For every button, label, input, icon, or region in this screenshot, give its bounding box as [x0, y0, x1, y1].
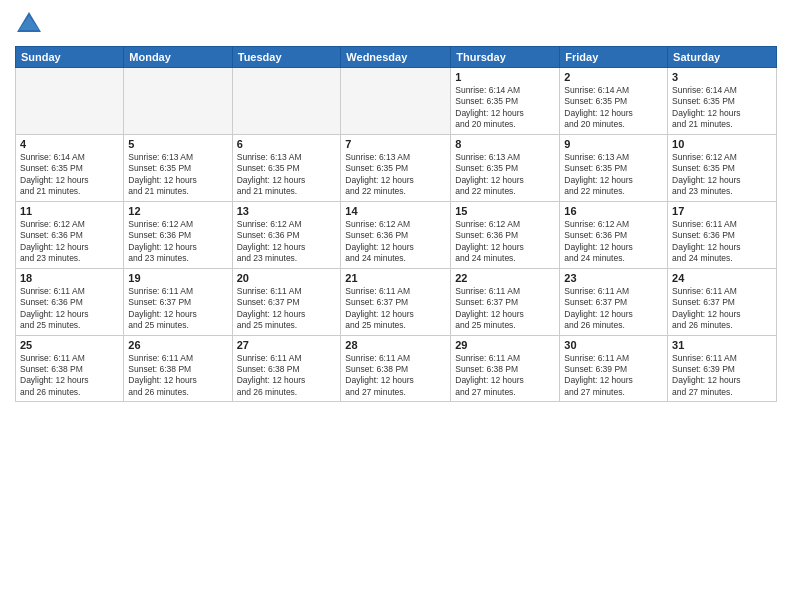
calendar-cell: 16Sunrise: 6:12 AM Sunset: 6:36 PM Dayli…: [560, 201, 668, 268]
day-info: Sunrise: 6:12 AM Sunset: 6:36 PM Dayligh…: [564, 219, 663, 265]
day-number: 4: [20, 138, 119, 150]
calendar-cell: 13Sunrise: 6:12 AM Sunset: 6:36 PM Dayli…: [232, 201, 341, 268]
day-info: Sunrise: 6:11 AM Sunset: 6:37 PM Dayligh…: [128, 286, 227, 332]
day-info: Sunrise: 6:12 AM Sunset: 6:36 PM Dayligh…: [237, 219, 337, 265]
day-info: Sunrise: 6:13 AM Sunset: 6:35 PM Dayligh…: [128, 152, 227, 198]
calendar-cell: 8Sunrise: 6:13 AM Sunset: 6:35 PM Daylig…: [451, 134, 560, 201]
day-number: 14: [345, 205, 446, 217]
day-info: Sunrise: 6:11 AM Sunset: 6:38 PM Dayligh…: [455, 353, 555, 399]
day-info: Sunrise: 6:13 AM Sunset: 6:35 PM Dayligh…: [237, 152, 337, 198]
svg-marker-1: [19, 16, 39, 30]
calendar-cell: 15Sunrise: 6:12 AM Sunset: 6:36 PM Dayli…: [451, 201, 560, 268]
calendar-cell: 1Sunrise: 6:14 AM Sunset: 6:35 PM Daylig…: [451, 68, 560, 135]
calendar-cell: 11Sunrise: 6:12 AM Sunset: 6:36 PM Dayli…: [16, 201, 124, 268]
calendar-cell: 9Sunrise: 6:13 AM Sunset: 6:35 PM Daylig…: [560, 134, 668, 201]
calendar-week-3: 11Sunrise: 6:12 AM Sunset: 6:36 PM Dayli…: [16, 201, 777, 268]
day-info: Sunrise: 6:11 AM Sunset: 6:39 PM Dayligh…: [564, 353, 663, 399]
calendar-week-2: 4Sunrise: 6:14 AM Sunset: 6:35 PM Daylig…: [16, 134, 777, 201]
calendar-cell: 23Sunrise: 6:11 AM Sunset: 6:37 PM Dayli…: [560, 268, 668, 335]
calendar-cell: 22Sunrise: 6:11 AM Sunset: 6:37 PM Dayli…: [451, 268, 560, 335]
calendar-cell: 12Sunrise: 6:12 AM Sunset: 6:36 PM Dayli…: [124, 201, 232, 268]
day-number: 27: [237, 339, 337, 351]
calendar-cell: 14Sunrise: 6:12 AM Sunset: 6:36 PM Dayli…: [341, 201, 451, 268]
calendar-cell: 3Sunrise: 6:14 AM Sunset: 6:35 PM Daylig…: [668, 68, 777, 135]
calendar-cell: 29Sunrise: 6:11 AM Sunset: 6:38 PM Dayli…: [451, 335, 560, 402]
calendar-cell: 17Sunrise: 6:11 AM Sunset: 6:36 PM Dayli…: [668, 201, 777, 268]
calendar-cell: 25Sunrise: 6:11 AM Sunset: 6:38 PM Dayli…: [16, 335, 124, 402]
day-info: Sunrise: 6:11 AM Sunset: 6:37 PM Dayligh…: [564, 286, 663, 332]
day-info: Sunrise: 6:11 AM Sunset: 6:38 PM Dayligh…: [20, 353, 119, 399]
day-number: 31: [672, 339, 772, 351]
day-info: Sunrise: 6:13 AM Sunset: 6:35 PM Dayligh…: [455, 152, 555, 198]
calendar-cell: 27Sunrise: 6:11 AM Sunset: 6:38 PM Dayli…: [232, 335, 341, 402]
day-info: Sunrise: 6:11 AM Sunset: 6:36 PM Dayligh…: [20, 286, 119, 332]
calendar-cell: 20Sunrise: 6:11 AM Sunset: 6:37 PM Dayli…: [232, 268, 341, 335]
day-number: 17: [672, 205, 772, 217]
day-info: Sunrise: 6:13 AM Sunset: 6:35 PM Dayligh…: [564, 152, 663, 198]
calendar-header-saturday: Saturday: [668, 47, 777, 68]
day-number: 29: [455, 339, 555, 351]
calendar-cell: 7Sunrise: 6:13 AM Sunset: 6:35 PM Daylig…: [341, 134, 451, 201]
day-info: Sunrise: 6:12 AM Sunset: 6:36 PM Dayligh…: [128, 219, 227, 265]
day-number: 28: [345, 339, 446, 351]
calendar-cell: [232, 68, 341, 135]
calendar-cell: 5Sunrise: 6:13 AM Sunset: 6:35 PM Daylig…: [124, 134, 232, 201]
calendar-cell: 18Sunrise: 6:11 AM Sunset: 6:36 PM Dayli…: [16, 268, 124, 335]
page: SundayMondayTuesdayWednesdayThursdayFrid…: [0, 0, 792, 612]
calendar-cell: [16, 68, 124, 135]
header: [15, 10, 777, 38]
day-info: Sunrise: 6:11 AM Sunset: 6:39 PM Dayligh…: [672, 353, 772, 399]
calendar-header-wednesday: Wednesday: [341, 47, 451, 68]
calendar-table: SundayMondayTuesdayWednesdayThursdayFrid…: [15, 46, 777, 402]
logo: [15, 10, 47, 38]
day-number: 23: [564, 272, 663, 284]
day-info: Sunrise: 6:11 AM Sunset: 6:37 PM Dayligh…: [672, 286, 772, 332]
calendar-week-5: 25Sunrise: 6:11 AM Sunset: 6:38 PM Dayli…: [16, 335, 777, 402]
day-info: Sunrise: 6:14 AM Sunset: 6:35 PM Dayligh…: [455, 85, 555, 131]
day-number: 26: [128, 339, 227, 351]
calendar-header-row: SundayMondayTuesdayWednesdayThursdayFrid…: [16, 47, 777, 68]
calendar-cell: 21Sunrise: 6:11 AM Sunset: 6:37 PM Dayli…: [341, 268, 451, 335]
day-number: 7: [345, 138, 446, 150]
day-number: 20: [237, 272, 337, 284]
calendar-cell: 4Sunrise: 6:14 AM Sunset: 6:35 PM Daylig…: [16, 134, 124, 201]
day-info: Sunrise: 6:13 AM Sunset: 6:35 PM Dayligh…: [345, 152, 446, 198]
day-number: 22: [455, 272, 555, 284]
day-number: 30: [564, 339, 663, 351]
calendar-cell: [341, 68, 451, 135]
day-number: 18: [20, 272, 119, 284]
day-info: Sunrise: 6:14 AM Sunset: 6:35 PM Dayligh…: [20, 152, 119, 198]
day-number: 6: [237, 138, 337, 150]
day-number: 12: [128, 205, 227, 217]
day-number: 10: [672, 138, 772, 150]
calendar-cell: 26Sunrise: 6:11 AM Sunset: 6:38 PM Dayli…: [124, 335, 232, 402]
day-info: Sunrise: 6:14 AM Sunset: 6:35 PM Dayligh…: [564, 85, 663, 131]
day-info: Sunrise: 6:11 AM Sunset: 6:37 PM Dayligh…: [455, 286, 555, 332]
day-number: 1: [455, 71, 555, 83]
calendar-cell: [124, 68, 232, 135]
calendar-cell: 31Sunrise: 6:11 AM Sunset: 6:39 PM Dayli…: [668, 335, 777, 402]
day-number: 19: [128, 272, 227, 284]
day-info: Sunrise: 6:11 AM Sunset: 6:37 PM Dayligh…: [237, 286, 337, 332]
day-number: 24: [672, 272, 772, 284]
calendar-cell: 24Sunrise: 6:11 AM Sunset: 6:37 PM Dayli…: [668, 268, 777, 335]
calendar-week-4: 18Sunrise: 6:11 AM Sunset: 6:36 PM Dayli…: [16, 268, 777, 335]
calendar-header-friday: Friday: [560, 47, 668, 68]
day-number: 16: [564, 205, 663, 217]
day-number: 3: [672, 71, 772, 83]
calendar-header-sunday: Sunday: [16, 47, 124, 68]
day-number: 15: [455, 205, 555, 217]
day-number: 13: [237, 205, 337, 217]
calendar-header-thursday: Thursday: [451, 47, 560, 68]
day-info: Sunrise: 6:12 AM Sunset: 6:36 PM Dayligh…: [20, 219, 119, 265]
day-number: 9: [564, 138, 663, 150]
day-info: Sunrise: 6:11 AM Sunset: 6:38 PM Dayligh…: [345, 353, 446, 399]
day-info: Sunrise: 6:11 AM Sunset: 6:38 PM Dayligh…: [128, 353, 227, 399]
calendar-header-monday: Monday: [124, 47, 232, 68]
day-number: 11: [20, 205, 119, 217]
logo-icon: [15, 10, 43, 38]
day-number: 25: [20, 339, 119, 351]
calendar-header-tuesday: Tuesday: [232, 47, 341, 68]
day-info: Sunrise: 6:12 AM Sunset: 6:36 PM Dayligh…: [455, 219, 555, 265]
day-info: Sunrise: 6:11 AM Sunset: 6:36 PM Dayligh…: [672, 219, 772, 265]
